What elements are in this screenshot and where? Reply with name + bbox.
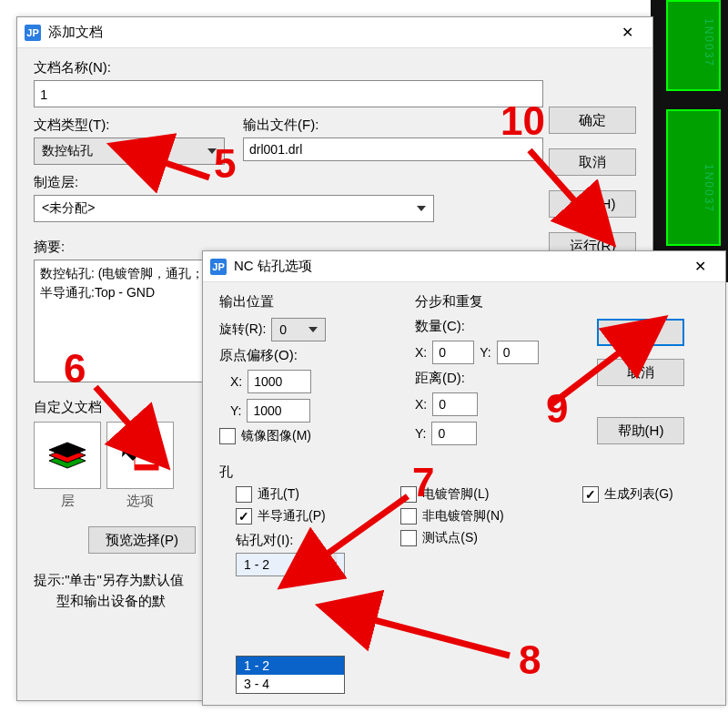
origin-x-input[interactable]: 1000 — [248, 370, 311, 393]
chevron-down-icon — [207, 148, 217, 154]
dialog-title: 添加文档 — [48, 24, 103, 41]
drillpair-option[interactable]: 1 - 2 — [237, 657, 344, 675]
summary-textarea[interactable]: 数控钻孔: (电镀管脚，通孔； 半导通孔:Top - GND — [34, 260, 225, 382]
y-label: Y: — [230, 403, 241, 418]
rotate-select[interactable]: 0 — [271, 318, 326, 341]
drillpair-dropdown-list[interactable]: 1 - 2 3 - 4 — [236, 656, 345, 694]
name-label: 文档名称(N): — [34, 59, 636, 76]
name-input[interactable]: 1 — [34, 80, 543, 107]
origin-y-input[interactable]: 1000 — [247, 399, 310, 423]
chevron-down-icon — [308, 327, 318, 332]
dialog-title: NC 钻孔选项 — [234, 258, 312, 275]
rotate-label: 旋转(R): — [219, 321, 266, 338]
nonplated-label: 非电镀管脚(N) — [422, 508, 503, 525]
chevron-down-icon — [417, 206, 426, 211]
ok-button[interactable]: 确定 — [549, 107, 636, 134]
plated-checkbox[interactable] — [400, 486, 417, 503]
dist-label: 距离(D): — [415, 370, 579, 387]
mirror-checkbox[interactable] — [219, 428, 236, 444]
nc-drill-options-dialog: JP NC 钻孔选项 ✕ 输出位置 旋转(R): 0 原点偏移(O): X: 1… — [202, 250, 726, 706]
x-label: X: — [415, 345, 427, 360]
svg-rect-1 — [135, 464, 158, 470]
dist-y-input[interactable]: 0 — [431, 422, 477, 445]
testpoint-label: 测试点(S) — [422, 530, 478, 546]
titlebar[interactable]: JP 添加文档 ✕ — [17, 17, 652, 48]
count-y-input[interactable]: 0 — [497, 341, 539, 364]
plated-label: 电镀管脚(L) — [422, 486, 489, 503]
genlist-checkbox[interactable] — [582, 486, 599, 503]
step-repeat-label: 分步和重复 — [415, 293, 579, 311]
drillpair-label: 钻孔对(I): — [236, 532, 400, 549]
dist-x-input[interactable]: 0 — [432, 392, 478, 416]
chevron-down-icon — [328, 562, 337, 567]
help-button[interactable]: 帮助(H) — [549, 190, 636, 218]
options-caption: 选项 — [106, 493, 174, 510]
y-label: Y: — [415, 426, 426, 441]
origin-label: 原点偏移(O): — [219, 347, 397, 364]
count-label: 数量(C): — [415, 318, 579, 335]
titlebar[interactable]: JP NC 钻孔选项 ✕ — [203, 251, 725, 282]
cancel-button[interactable]: 取消 — [549, 148, 636, 176]
holes-label: 孔 — [219, 463, 709, 481]
type-select[interactable]: 数控钻孔 — [34, 138, 225, 165]
outfile-label: 输出文件(F): — [243, 117, 543, 134]
genlist-label: 生成列表(G) — [604, 486, 673, 503]
bg-comp-label: 1N0037 — [703, 164, 715, 213]
through-checkbox[interactable] — [236, 486, 252, 503]
close-icon[interactable]: ✕ — [682, 254, 718, 280]
through-label: 通孔(T) — [258, 486, 299, 503]
cancel-button[interactable]: 取消 — [597, 359, 684, 386]
close-icon[interactable]: ✕ — [609, 20, 645, 46]
options-button[interactable] — [106, 422, 174, 489]
preview-button[interactable]: 预览选择(P) — [88, 526, 196, 554]
drillpair-option[interactable]: 3 - 4 — [237, 675, 344, 693]
ok-button[interactable]: 确定 — [597, 319, 684, 346]
y-label: Y: — [480, 345, 490, 360]
partial-label: 半导通孔(P) — [258, 508, 326, 525]
type-label: 文档类型(T): — [34, 117, 225, 134]
layer-select[interactable]: <未分配> — [34, 195, 434, 222]
output-pos-label: 输出位置 — [219, 293, 397, 311]
layer-label: 制造层: — [34, 174, 636, 191]
x-label: X: — [230, 374, 242, 389]
layers-caption: 层 — [34, 493, 101, 510]
layers-button[interactable] — [34, 422, 101, 489]
count-x-input[interactable]: 0 — [432, 341, 474, 364]
bg-comp-label: 1N0037 — [703, 18, 715, 67]
outfile-input[interactable]: drl001.drl — [243, 138, 543, 161]
help-button[interactable]: 帮助(H) — [597, 417, 684, 444]
app-icon: JP — [210, 259, 227, 275]
testpoint-checkbox[interactable] — [400, 530, 417, 546]
drillpair-select[interactable]: 1 - 2 — [236, 553, 345, 576]
nonplated-checkbox[interactable] — [400, 508, 417, 525]
x-label: X: — [415, 397, 427, 412]
partial-checkbox[interactable] — [236, 508, 252, 525]
app-icon: JP — [25, 25, 41, 41]
mirror-label: 镜像图像(M) — [241, 428, 311, 444]
